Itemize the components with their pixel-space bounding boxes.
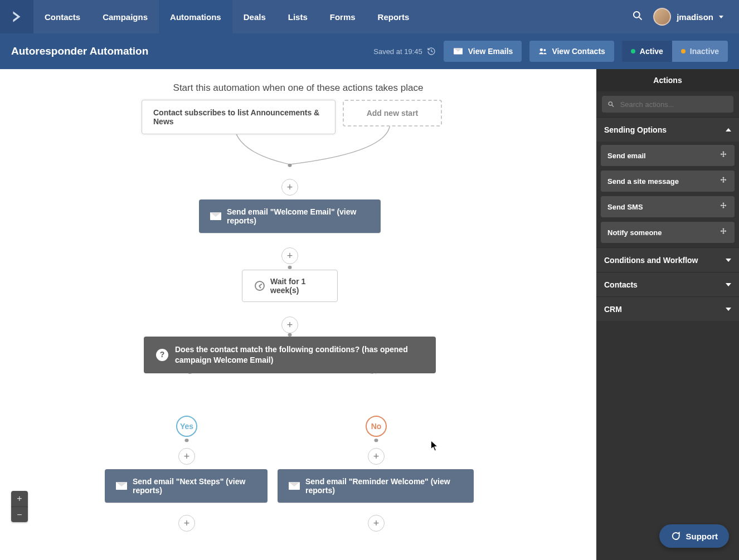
move-icon [719,202,728,212]
panel-search [596,91,739,117]
mail-icon [210,212,221,220]
wait-node[interactable]: Wait for 1 week(s) [242,270,338,302]
add-step-button[interactable]: + [281,316,298,333]
branch-no[interactable]: No [366,416,387,437]
svg-point-4 [288,164,292,167]
nav-reports[interactable]: Reports [367,0,421,33]
nav-deals[interactable]: Deals [232,0,277,33]
actions-panel: Actions Sending Options Send email Send … [596,69,739,560]
nav-forms[interactable]: Forms [319,0,367,33]
move-icon [719,227,728,238]
section-sending-options[interactable]: Sending Options [596,117,739,142]
svg-line-28 [612,105,614,107]
section-contacts[interactable]: Contacts [596,272,739,296]
inactive-dot-icon [681,49,685,53]
nav-lists[interactable]: Lists [277,0,319,33]
svg-point-2 [540,48,543,51]
actions-search-input[interactable] [619,100,728,109]
add-start-node[interactable]: Add new start [343,100,442,126]
trigger-node[interactable]: Contact subscribes to list Announcements… [142,100,336,134]
action-notify-someone[interactable]: Notify someone [601,222,735,243]
start-caption: Start this automation when one of these … [173,82,424,94]
mail-icon [289,482,300,490]
logo[interactable] [0,0,33,33]
user-menu[interactable]: jmadison [653,8,723,26]
add-step-button[interactable]: + [281,247,298,264]
action-send-email[interactable]: Send email [601,145,735,166]
status-inactive-button[interactable]: Inactive [672,41,728,62]
history-icon[interactable] [427,47,436,56]
add-step-button[interactable]: + [368,448,385,465]
chevron-down-icon [726,259,731,262]
chevron-up-icon [726,128,731,132]
chevron-down-icon [726,283,731,286]
email-node-next-steps[interactable]: Send email "Next Steps" (view reports) [105,469,268,503]
section-crm[interactable]: CRM [596,296,739,321]
action-send-sms[interactable]: Send SMS [601,196,735,217]
add-step-button[interactable]: + [178,515,195,532]
condition-node[interactable]: ? Does the contact match the following c… [144,337,436,373]
search-icon [607,100,615,108]
action-send-site-message[interactable]: Send a site message [601,171,735,192]
section-conditions-workflow[interactable]: Conditions and Workflow [596,247,739,272]
move-icon [719,176,728,187]
panel-header: Actions [596,69,739,91]
support-button[interactable]: Support [659,524,730,548]
nav-contacts[interactable]: Contacts [33,0,91,33]
username: jmadison [677,12,713,22]
svg-point-27 [609,102,612,105]
clock-icon [255,281,265,291]
mail-icon [116,482,127,490]
branch-yes[interactable]: Yes [176,416,197,437]
top-nav: Contacts Campaigns Automations Deals Lis… [0,0,739,33]
zoom-controls: + − [11,491,28,522]
question-icon: ? [156,349,168,361]
people-icon [538,47,547,56]
automation-canvas[interactable]: Start this automation when one of these … [0,69,596,560]
add-step-button[interactable]: + [368,515,385,532]
svg-line-1 [639,17,642,20]
email-node-welcome[interactable]: Send email "Welcome Email" (view reports… [199,199,381,233]
svg-point-25 [375,439,378,442]
view-contacts-button[interactable]: View Contacts [529,41,614,62]
mail-icon [454,48,463,54]
zoom-in-button[interactable]: + [11,491,28,507]
chevron-right-icon [9,9,24,24]
email-node-reminder[interactable]: Send email "Reminder Welcome" (view repo… [278,469,474,503]
nav-campaigns[interactable]: Campaigns [91,0,159,33]
saved-at: Saved at 19:45 [373,47,435,56]
zoom-out-button[interactable]: − [11,507,28,522]
svg-point-0 [634,12,640,18]
sub-header: Autoresponder Automation Saved at 19:45 … [0,33,739,69]
svg-point-20 [185,439,189,442]
avatar [653,8,671,26]
svg-point-3 [544,49,546,51]
move-icon [719,150,728,161]
view-emails-button[interactable]: View Emails [444,41,522,62]
status-toggle: Active Inactive [622,41,728,62]
add-step-button[interactable]: + [281,179,298,196]
add-step-button[interactable]: + [178,448,195,465]
chevron-down-icon [726,308,731,311]
search-icon[interactable] [632,10,643,23]
cursor-icon [430,440,438,451]
active-dot-icon [631,49,635,53]
page-title: Autoresponder Automation [11,45,148,57]
chevron-down-icon [719,16,723,18]
chat-icon [670,531,680,541]
status-active-button[interactable]: Active [622,41,672,62]
nav-automations[interactable]: Automations [159,0,232,33]
svg-point-11 [288,266,292,269]
